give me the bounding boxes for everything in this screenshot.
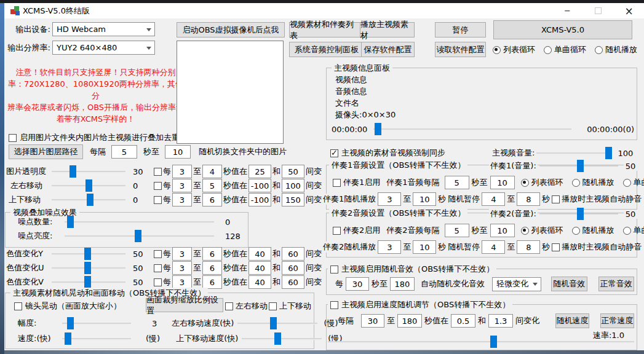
speed-from-input[interactable]: [361, 314, 384, 328]
transparency-from-input[interactable]: [172, 165, 192, 178]
ud-move-slider[interactable]: [52, 194, 125, 206]
material-list-button[interactable]: 视频素材和伴奏列表: [289, 22, 361, 37]
acc2-from-input[interactable]: [445, 224, 469, 237]
output-resolution-select[interactable]: YUY2 640×480: [52, 41, 155, 55]
slider-thumb[interactable]: [84, 276, 91, 288]
acc2-loop-single-radio[interactable]: [623, 227, 631, 235]
fx-random-button[interactable]: 随机音效: [551, 277, 587, 291]
ud-speed-slider[interactable]: [242, 332, 322, 345]
acc2-rand-from-input[interactable]: [378, 240, 401, 254]
transparency-to-input[interactable]: [202, 165, 222, 178]
color-v-from-input[interactable]: [172, 275, 192, 289]
speed-to-input[interactable]: [397, 314, 422, 328]
speed-slider[interactable]: [328, 336, 634, 348]
slider-thumb[interactable]: [70, 165, 76, 178]
interval-from-input[interactable]: [111, 145, 137, 159]
pause-button[interactable]: 暂停: [435, 22, 486, 37]
color-y-min-input[interactable]: [248, 247, 271, 261]
sync-checkbox[interactable]: [330, 149, 338, 157]
color-y-auto-checkbox[interactable]: [154, 250, 162, 258]
slider-thumb[interactable]: [375, 123, 381, 135]
shake-ud-checkbox[interactable]: [269, 302, 277, 310]
slider-thumb[interactable]: [67, 216, 74, 228]
transparency-slider[interactable]: [52, 165, 125, 178]
loop-random-radio[interactable]: [595, 46, 603, 54]
close-button[interactable]: ×: [615, 3, 643, 18]
color-v-min-input[interactable]: [248, 275, 271, 289]
acc1-pause-to-input[interactable]: [517, 192, 540, 206]
ud-move-auto-checkbox[interactable]: [154, 196, 162, 204]
title-bar[interactable]: XCMS-V5.0终结版 − ×: [4, 3, 644, 18]
acc2-enable-checkbox[interactable]: [333, 227, 341, 235]
amp-slider[interactable]: [62, 317, 131, 329]
ud-move-min-input[interactable]: [248, 193, 271, 206]
transparency-max-input[interactable]: [282, 165, 304, 178]
shake-lr-checkbox[interactable]: [225, 302, 233, 310]
ud-move-max-input[interactable]: [282, 193, 304, 206]
lr-move-auto-checkbox[interactable]: [154, 182, 162, 190]
slider-thumb[interactable]: [135, 230, 141, 242]
shake-speed-slider[interactable]: [62, 332, 131, 345]
color-v-slider[interactable]: [52, 276, 125, 288]
acc1-rand-from-input[interactable]: [378, 192, 401, 206]
color-v-to-input[interactable]: [202, 275, 222, 289]
slider-thumb[interactable]: [577, 160, 584, 172]
transparency-auto-checkbox[interactable]: [154, 168, 162, 176]
acc2-volume-slider[interactable]: [539, 208, 618, 220]
maximize-button[interactable]: [584, 3, 612, 18]
color-u-slider[interactable]: [52, 262, 125, 274]
speed-enable-checkbox[interactable]: [330, 301, 338, 309]
slider-thumb[interactable]: [270, 317, 277, 329]
acc1-loop-random-radio[interactable]: [572, 179, 580, 187]
acc2-pause-to-input[interactable]: [517, 240, 540, 254]
slider-thumb[interactable]: [85, 179, 92, 192]
save-config-button[interactable]: 保存软件配置: [361, 42, 415, 57]
noise-bright-slider[interactable]: [65, 230, 214, 242]
acc2-pause-from-input[interactable]: [482, 240, 505, 254]
fx-enable-checkbox[interactable]: [330, 266, 338, 273]
speed-random-button[interactable]: 随机速度: [555, 313, 589, 328]
slider-thumb[interactable]: [274, 332, 281, 345]
fx-preset-select[interactable]: 轻微变化: [492, 277, 541, 291]
lr-move-to-input[interactable]: [202, 179, 222, 192]
xcms-button[interactable]: XCMS-V5.0: [493, 20, 632, 39]
color-y-to-input[interactable]: [202, 247, 222, 261]
acc1-volume-slider[interactable]: [539, 160, 618, 172]
noise-count-slider[interactable]: [65, 216, 214, 228]
ud-move-from-input[interactable]: [172, 193, 192, 206]
slider-thumb[interactable]: [67, 317, 74, 329]
speed-normal-button[interactable]: 正常速度: [600, 313, 634, 328]
camera-shake-checkbox[interactable]: [14, 302, 22, 310]
acc1-enable-checkbox[interactable]: [333, 179, 341, 187]
lr-move-max-input[interactable]: [282, 179, 304, 192]
color-u-auto-checkbox[interactable]: [154, 264, 162, 272]
acc1-from-input[interactable]: [445, 176, 469, 189]
color-v-auto-checkbox[interactable]: [154, 278, 162, 286]
acc1-pause-from-input[interactable]: [482, 192, 505, 206]
fx-from-input[interactable]: [346, 277, 369, 291]
material-listbox[interactable]: [177, 41, 284, 144]
loop-single-radio[interactable]: [544, 46, 552, 54]
acc2-rand-to-input[interactable]: [413, 240, 436, 254]
slider-thumb[interactable]: [65, 332, 71, 345]
transparency-min-input[interactable]: [248, 165, 271, 178]
acc1-loop-list-radio[interactable]: [521, 179, 529, 187]
slider-thumb[interactable]: [87, 194, 93, 206]
acc2-loop-list-radio[interactable]: [521, 227, 529, 235]
play-main-button[interactable]: 播放主视频素材: [360, 22, 415, 37]
slider-thumb[interactable]: [577, 208, 584, 220]
acc2-loop-random-radio[interactable]: [572, 227, 580, 235]
slider-thumb[interactable]: [84, 262, 91, 274]
acc1-mute-checkbox[interactable]: [552, 195, 560, 203]
slider-thumb[interactable]: [605, 147, 612, 159]
speed-max-input[interactable]: [488, 314, 513, 328]
color-y-max-input[interactable]: [282, 247, 304, 261]
output-device-select[interactable]: HD Webcam: [52, 22, 155, 36]
slider-thumb[interactable]: [490, 336, 497, 348]
ud-move-to-input[interactable]: [202, 193, 222, 206]
color-y-from-input[interactable]: [172, 247, 192, 261]
loop-list-radio[interactable]: [493, 46, 501, 54]
lr-move-from-input[interactable]: [172, 179, 192, 192]
overlay-enable-checkbox[interactable]: [9, 134, 17, 142]
time-slider[interactable]: [373, 123, 571, 135]
